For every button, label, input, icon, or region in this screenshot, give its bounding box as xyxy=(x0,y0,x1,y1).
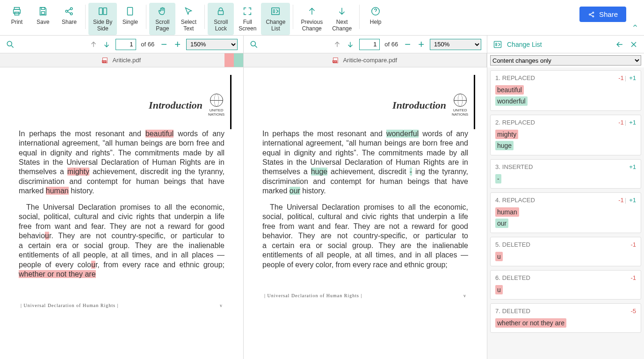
change-filter-select[interactable]: Content changes only xyxy=(490,55,641,66)
diff-inserted: huge xyxy=(311,168,328,176)
change-list-panel: 1.REPLACED-1|+1beautifulwonderful2.REPLA… xyxy=(487,67,644,359)
svg-point-17 xyxy=(7,41,12,46)
svg-text:PDF: PDF xyxy=(333,60,337,63)
search-icon[interactable] xyxy=(6,40,15,49)
separator xyxy=(359,5,360,29)
select-text-label: Select Text xyxy=(181,19,196,32)
side-by-side-icon xyxy=(98,6,108,17)
pdf-icon: PDF xyxy=(102,57,109,64)
scroll-lock-button[interactable]: Scroll Lock xyxy=(208,3,234,35)
share-icon xyxy=(64,6,74,17)
prev-change-button[interactable]: Previous Change xyxy=(296,3,327,35)
separator xyxy=(293,5,293,29)
close-icon[interactable] xyxy=(629,40,638,49)
svg-point-14 xyxy=(589,14,591,15)
doc-footer-left: | Universal Declaration of Human Rights … xyxy=(19,303,224,308)
doc-body-left: In perhaps the most resonant and beautif… xyxy=(19,129,224,279)
separator xyxy=(204,5,205,29)
page-down-icon[interactable] xyxy=(346,40,355,49)
print-button[interactable]: Print xyxy=(4,3,30,28)
side-by-side-label: Side By Side xyxy=(93,19,112,32)
zoom-select-right[interactable]: 150% xyxy=(430,39,481,50)
change-list-label: Change List xyxy=(266,19,285,32)
page-input-left[interactable] xyxy=(116,39,136,50)
change-card[interactable]: 3.INSERTED+1- xyxy=(490,159,641,189)
zoom-in-button[interactable]: + xyxy=(416,39,426,50)
change-card[interactable]: 6.DELETED-1u xyxy=(490,270,641,300)
share-primary-button[interactable]: Share xyxy=(579,7,626,22)
left-subbar: of 66 − + 150% xyxy=(0,36,243,53)
save-icon xyxy=(38,6,48,17)
share-icon xyxy=(588,11,595,18)
change-card[interactable]: 7.DELETED-5whether or not they are xyxy=(490,303,641,333)
page-up-icon[interactable] xyxy=(333,40,341,49)
svg-point-16 xyxy=(593,15,594,17)
share-label: Share xyxy=(62,19,77,25)
help-icon xyxy=(370,6,381,17)
lock-icon xyxy=(216,6,226,17)
collapse-toolbar-icon[interactable] xyxy=(630,21,640,32)
help-button[interactable]: Help xyxy=(362,3,389,28)
svg-rect-10 xyxy=(128,7,133,15)
file-tab-right[interactable]: PDF Ariticle-compare.pdf xyxy=(243,53,487,67)
single-button[interactable]: Single xyxy=(117,3,143,28)
change-list-title: Change List xyxy=(507,41,610,48)
scroll-page-button[interactable]: Scroll Page xyxy=(149,3,175,35)
sub-toolbar-row: of 66 − + 150% of 66 − + 150% Change Lis… xyxy=(0,36,644,53)
change-list-button[interactable]: Change List xyxy=(261,3,290,35)
share-button[interactable]: Share xyxy=(56,3,82,28)
page-total-right: of 66 xyxy=(384,41,398,48)
scroll-page-label: Scroll Page xyxy=(155,19,169,32)
zoom-out-button[interactable]: − xyxy=(159,39,169,50)
svg-rect-4 xyxy=(41,12,44,14)
doc-pane-right[interactable]: Introduction UNITED NATIONS In perhaps t… xyxy=(243,67,487,359)
change-list-icon xyxy=(493,40,502,49)
arrow-down-icon xyxy=(337,6,347,17)
change-list-scroll[interactable]: 1.REPLACED-1|+1beautifulwonderful2.REPLA… xyxy=(487,67,644,359)
diff-inserted: our xyxy=(289,187,300,195)
doc-pane-left[interactable]: Introduction UNITED NATIONS In perhaps t… xyxy=(0,67,243,359)
zoom-out-button[interactable]: − xyxy=(403,39,412,50)
side-by-side-button[interactable]: Side By Side xyxy=(88,3,117,35)
save-button[interactable]: Save xyxy=(30,3,56,28)
page-down-icon[interactable] xyxy=(102,40,111,49)
svg-rect-9 xyxy=(103,8,107,15)
svg-rect-11 xyxy=(218,11,224,15)
diff-deleted: beautiful xyxy=(145,130,174,138)
fullscreen-icon xyxy=(242,6,253,17)
page-up-icon[interactable] xyxy=(89,40,98,49)
next-change-button[interactable]: Next Change xyxy=(327,3,356,35)
doc-body-right: In perhaps the most resonant and wonderf… xyxy=(262,129,468,270)
main-row: Introduction UNITED NATIONS In perhaps t… xyxy=(0,67,644,359)
cursor-icon xyxy=(183,6,194,17)
svg-point-18 xyxy=(251,41,255,46)
page-input-right[interactable] xyxy=(359,39,380,50)
next-change-label: Next Change xyxy=(332,19,352,32)
file-tab-row: PDF Ariticle.pdf PDF Ariticle-compare.pd… xyxy=(0,53,644,67)
separator xyxy=(85,5,86,29)
zoom-select-left[interactable]: 150% xyxy=(186,39,238,50)
full-screen-button[interactable]: Full Screen xyxy=(234,3,261,35)
filename-left: Ariticle.pdf xyxy=(112,57,141,64)
change-card[interactable]: 4.REPLACED-1|+1humanour xyxy=(490,192,641,233)
diff-deleted: human xyxy=(46,187,69,195)
select-text-button[interactable]: Select Text xyxy=(175,3,202,35)
help-label: Help xyxy=(370,19,382,25)
svg-rect-8 xyxy=(99,8,102,15)
diff-deleted: u xyxy=(45,232,49,240)
change-card[interactable]: 2.REPLACED-1|+1mightyhuge xyxy=(490,115,641,155)
pdf-icon: PDF xyxy=(333,57,340,64)
change-card[interactable]: 5.DELETED-1u xyxy=(490,237,641,266)
svg-rect-3 xyxy=(41,7,44,10)
arrow-up-icon xyxy=(307,6,317,17)
full-screen-label: Full Screen xyxy=(239,19,256,32)
zoom-in-button[interactable]: + xyxy=(173,39,182,50)
doc-footer-right: | Universal Declaration of Human Rights … xyxy=(262,293,468,298)
hand-icon xyxy=(157,6,167,17)
back-icon[interactable] xyxy=(615,40,624,49)
file-tab-left[interactable]: PDF Ariticle.pdf xyxy=(0,53,243,67)
search-icon[interactable] xyxy=(249,40,259,49)
change-card[interactable]: 1.REPLACED-1|+1beautifulwonderful xyxy=(490,70,641,111)
separator xyxy=(146,5,146,29)
un-logo-icon: UNITED NATIONS xyxy=(452,94,468,117)
